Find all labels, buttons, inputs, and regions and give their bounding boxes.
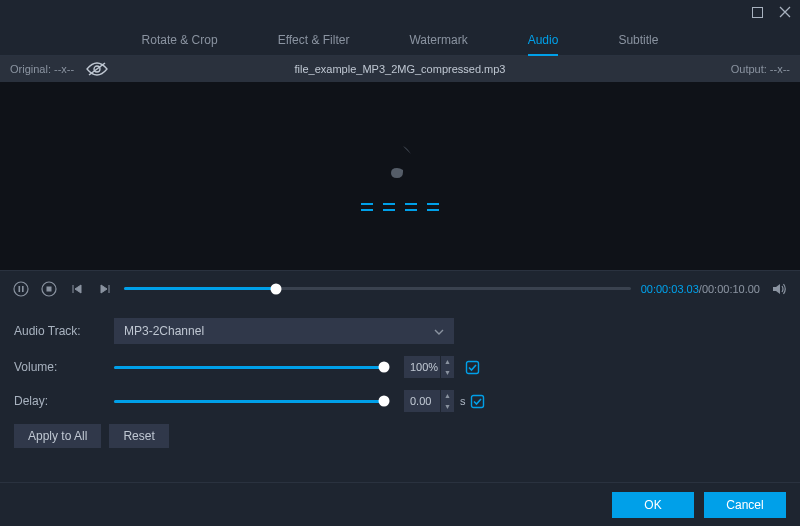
- apply-to-all-button[interactable]: Apply to All: [14, 424, 101, 448]
- volume-down-icon[interactable]: ▼: [441, 367, 454, 378]
- delay-slider[interactable]: [114, 392, 384, 410]
- equalizer-icon: [361, 203, 439, 211]
- footer: OK Cancel: [0, 482, 800, 526]
- music-note-icon: [385, 142, 415, 187]
- delay-spinner[interactable]: 0.00 ▲ ▼: [404, 390, 454, 412]
- volume-slider[interactable]: [114, 358, 384, 376]
- delay-unit: s: [460, 395, 466, 407]
- titlebar: [0, 0, 800, 24]
- delay-value: 0.00: [410, 395, 431, 407]
- close-icon[interactable]: [778, 5, 792, 19]
- delay-down-icon[interactable]: ▼: [441, 401, 454, 412]
- tab-subtitle[interactable]: Subtitle: [618, 25, 658, 55]
- svg-rect-9: [472, 395, 484, 407]
- next-frame-button[interactable]: [96, 280, 114, 298]
- tab-effect-filter[interactable]: Effect & Filter: [278, 25, 350, 55]
- svg-rect-5: [22, 286, 24, 292]
- svg-rect-4: [19, 286, 21, 292]
- chevron-down-icon: [434, 324, 444, 338]
- volume-spinner[interactable]: 100% ▲ ▼: [404, 356, 454, 378]
- cancel-button[interactable]: Cancel: [704, 492, 786, 518]
- seek-slider[interactable]: [124, 280, 631, 298]
- volume-icon[interactable]: [770, 280, 788, 298]
- delay-label: Delay:: [14, 394, 114, 408]
- audio-track-value: MP3-2Channel: [124, 324, 204, 338]
- prev-frame-button[interactable]: [68, 280, 86, 298]
- preview-area: [0, 82, 800, 270]
- svg-rect-8: [466, 361, 478, 373]
- settings-panel: Audio Track: MP3-2Channel Volume: 100% ▲…: [0, 306, 800, 458]
- infobar: Original: --x-- file_example_MP3_2MG_com…: [0, 56, 800, 82]
- volume-reset-icon[interactable]: [464, 359, 480, 375]
- volume-up-icon[interactable]: ▲: [441, 356, 454, 367]
- filename-label: file_example_MP3_2MG_compressed.mp3: [0, 63, 800, 75]
- svg-rect-0: [752, 7, 762, 17]
- reset-button[interactable]: Reset: [109, 424, 168, 448]
- eye-off-icon[interactable]: [86, 61, 108, 77]
- maximize-icon[interactable]: [750, 5, 764, 19]
- volume-label: Volume:: [14, 360, 114, 374]
- stop-button[interactable]: [40, 280, 58, 298]
- tabs: Rotate & Crop Effect & Filter Watermark …: [0, 24, 800, 56]
- time-display: 00:00:03.03/00:00:10.00: [641, 283, 760, 295]
- volume-value: 100%: [410, 361, 438, 373]
- tab-audio[interactable]: Audio: [528, 25, 559, 55]
- audio-track-label: Audio Track:: [14, 324, 114, 338]
- delay-reset-icon[interactable]: [470, 393, 486, 409]
- tab-watermark[interactable]: Watermark: [409, 25, 467, 55]
- svg-point-3: [14, 282, 28, 296]
- svg-rect-7: [47, 286, 52, 291]
- current-time: 00:00:03.03: [641, 283, 699, 295]
- delay-up-icon[interactable]: ▲: [441, 390, 454, 401]
- output-label: Output: --x--: [731, 63, 800, 75]
- pause-button[interactable]: [12, 280, 30, 298]
- duration: 00:00:10.00: [702, 283, 760, 295]
- original-label: Original: --x--: [10, 63, 74, 75]
- tab-rotate-crop[interactable]: Rotate & Crop: [142, 25, 218, 55]
- playback-controls: 00:00:03.03/00:00:10.00: [0, 270, 800, 306]
- audio-track-select[interactable]: MP3-2Channel: [114, 318, 454, 344]
- ok-button[interactable]: OK: [612, 492, 694, 518]
